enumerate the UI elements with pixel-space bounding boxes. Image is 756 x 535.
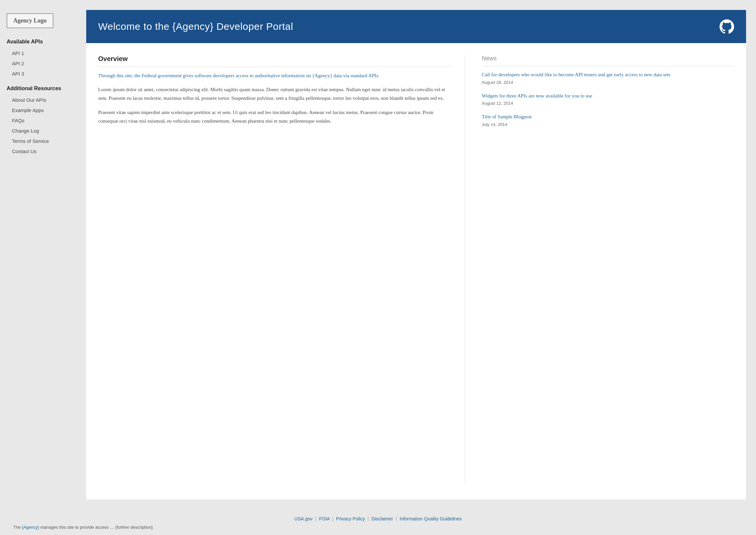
resources-nav-list: About Our APIs Example Apps FAQs Change … bbox=[7, 95, 80, 156]
footer-link-quality[interactable]: Information Quality Guidelines bbox=[400, 516, 462, 521]
sidebar: Agency Logo Available APIs API 1 API 2 A… bbox=[7, 10, 80, 500]
overview-body-1: Lorem ipsum dolor sit amet, consectetur … bbox=[98, 86, 452, 102]
sidebar-item-api-1[interactable]: API 1 bbox=[7, 48, 80, 58]
footer-link-privacy[interactable]: Privacy Policy bbox=[336, 516, 365, 521]
news-section: News Call for developers who would like … bbox=[478, 55, 734, 484]
footer-divider-3: | bbox=[368, 516, 370, 521]
news-link-2[interactable]: Widgets for three APIs are now available… bbox=[482, 92, 734, 100]
footer-divider-4: | bbox=[396, 516, 398, 521]
news-heading: News bbox=[482, 55, 734, 66]
sidebar-item-terms-of-service[interactable]: Terms of Service bbox=[7, 136, 80, 146]
sidebar-item-faqs[interactable]: FAQs bbox=[7, 115, 80, 126]
news-item-2: Widgets for three APIs are now available… bbox=[482, 92, 734, 106]
main-area: Agency Logo Available APIs API 1 API 2 A… bbox=[0, 0, 756, 509]
footer-link-foia[interactable]: FOIA bbox=[319, 516, 330, 521]
news-date-3: July 14, 2014 bbox=[482, 122, 734, 127]
available-apis-heading: Available APIs bbox=[7, 39, 80, 45]
news-item-1: Call for developers who would like to be… bbox=[482, 71, 734, 85]
page-wrapper: Agency Logo Available APIs API 1 API 2 A… bbox=[0, 0, 756, 535]
page-title: Welcome to the {Agency} Developer Portal bbox=[98, 21, 293, 32]
news-item-3: Title of Sample Blogpost July 14, 2014 bbox=[482, 113, 734, 127]
content-card: Overview Through this site, the Federal … bbox=[86, 43, 746, 500]
sidebar-item-api-2[interactable]: API 2 bbox=[7, 58, 80, 69]
additional-resources-heading: Additional Resources bbox=[7, 86, 80, 91]
header-banner: Welcome to the {Agency} Developer Portal bbox=[86, 10, 746, 43]
footer-link-usagov[interactable]: USA.gov bbox=[294, 516, 313, 521]
overview-heading: Overview bbox=[98, 55, 452, 67]
agency-logo: Agency Logo bbox=[7, 13, 53, 28]
sidebar-item-api-3[interactable]: API 3 bbox=[7, 69, 80, 79]
overview-section: Overview Through this site, the Federal … bbox=[98, 55, 465, 484]
footer-description: The {Agency} manages this site to provid… bbox=[10, 525, 746, 530]
footer-divider-1: | bbox=[315, 516, 318, 521]
footer-links: USA.gov | FOIA | Privacy Policy | Discla… bbox=[10, 516, 746, 521]
sidebar-item-about-apis[interactable]: About Our APIs bbox=[7, 95, 80, 105]
overview-intro: Through this site, the Federal governmen… bbox=[98, 72, 452, 80]
overview-body-2: Praesent vitae sapien imperdiet ante sce… bbox=[98, 108, 452, 125]
github-icon[interactable] bbox=[720, 19, 734, 34]
api-nav-list: API 1 API 2 API 3 bbox=[7, 48, 80, 79]
sidebar-item-change-log[interactable]: Change Log bbox=[7, 126, 80, 136]
news-link-1[interactable]: Call for developers who would like to be… bbox=[482, 71, 734, 79]
footer-link-disclaimer[interactable]: Disclaimer bbox=[371, 516, 393, 521]
footer-divider-2: | bbox=[332, 516, 335, 521]
footer: USA.gov | FOIA | Privacy Policy | Discla… bbox=[0, 509, 756, 535]
news-date-1: August 28, 2014 bbox=[482, 80, 734, 85]
content-area: Welcome to the {Agency} Developer Portal… bbox=[86, 10, 746, 500]
sidebar-item-contact-us[interactable]: Contact Us bbox=[7, 146, 80, 156]
news-date-2: August 12, 2014 bbox=[482, 101, 734, 106]
footer-agency-link: {Agency} bbox=[22, 525, 39, 530]
news-link-3[interactable]: Title of Sample Blogpost bbox=[482, 113, 734, 121]
sidebar-item-example-apps[interactable]: Example Apps bbox=[7, 105, 80, 115]
